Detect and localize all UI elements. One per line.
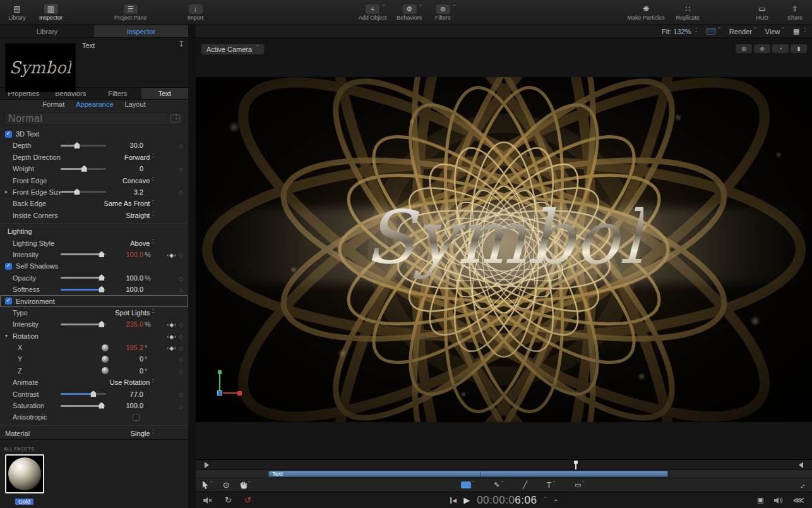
keyframe-icon[interactable]: [179, 188, 183, 196]
3d-text-checkbox[interactable]: [5, 131, 12, 138]
environment-intensity-value[interactable]: 235.0: [114, 320, 143, 328]
tab-inspector[interactable]: Inspector: [94, 25, 188, 37]
contrast-value[interactable]: 77.0: [114, 390, 143, 398]
slider-thumb[interactable]: [74, 142, 80, 148]
duration-clock-icon[interactable]: ◔: [553, 497, 558, 504]
disclosure-triangle-icon[interactable]: [5, 189, 13, 195]
front-edge-popup[interactable]: Concave: [122, 177, 150, 184]
crosshair-icon[interactable]: ⊕: [754, 44, 770, 53]
z-rotation-value[interactable]: 0: [114, 367, 143, 375]
self-shadows-checkbox[interactable]: [5, 263, 12, 270]
stepper-icon[interactable]: [152, 201, 154, 207]
transform-tool[interactable]: ⊙: [223, 480, 230, 490]
material-popup[interactable]: Single: [131, 430, 150, 437]
opacity-value[interactable]: 100.0: [114, 274, 143, 282]
lighting-intensity-value[interactable]: 100.0: [114, 251, 143, 258]
out-point-marker-icon[interactable]: [799, 462, 803, 468]
slider-thumb[interactable]: [99, 251, 104, 257]
tab-text[interactable]: Text: [141, 88, 189, 99]
y-rotation-value[interactable]: 0: [114, 355, 143, 363]
slider-thumb[interactable]: [90, 390, 96, 397]
animate-popup[interactable]: Use Rotation: [110, 378, 150, 386]
material-name-label[interactable]: Gold: [15, 499, 33, 505]
environment-intensity-slider[interactable]: [61, 324, 106, 325]
x-rotation-dial[interactable]: [101, 344, 109, 352]
stepper-icon[interactable]: [152, 212, 154, 218]
record-cycle-icon[interactable]: ↺: [244, 495, 251, 505]
keyframe-icon[interactable]: [179, 390, 183, 398]
rendered-frame[interactable]: Symbol: [196, 77, 812, 422]
timeline-scrubber[interactable]: [196, 459, 812, 469]
play-icon[interactable]: ▶: [463, 495, 470, 505]
go-to-start-icon[interactable]: ◀: [450, 497, 457, 504]
3d-axis-indicator[interactable]: [218, 371, 242, 396]
stepper-icon[interactable]: [152, 178, 154, 183]
depth-slider[interactable]: [61, 145, 106, 147]
weight-slider[interactable]: [61, 168, 106, 170]
keyframe-icon[interactable]: [179, 367, 183, 375]
slider-thumb[interactable]: [99, 286, 104, 293]
monitor-icon[interactable]: ▣: [757, 496, 763, 504]
expand-timeline-icon[interactable]: ↔: [796, 479, 808, 490]
fit-control[interactable]: Fit: 132%: [662, 28, 697, 35]
anisotropic-checkbox[interactable]: [133, 414, 140, 421]
softness-slider[interactable]: [61, 289, 106, 291]
axis-origin-handle[interactable]: [217, 390, 222, 396]
mute-audio-icon[interactable]: [203, 497, 212, 504]
timecode-display[interactable]: 00:00:06:06: [477, 494, 537, 507]
canvas-viewport[interactable]: Active Camera ⊞ ⊕ ◔ ▮: [196, 38, 812, 459]
tab-filters[interactable]: Filters: [94, 88, 141, 99]
slider-thumb[interactable]: [99, 402, 104, 409]
depth-value[interactable]: 30.0: [114, 142, 143, 149]
text-tool[interactable]: T: [547, 481, 555, 490]
collapse-panels-icon[interactable]: ⋘: [793, 495, 805, 505]
environment-type-popup[interactable]: Spot Lights: [115, 309, 150, 317]
keyframe-nav-icon[interactable]: [167, 344, 177, 351]
keyframe-nav-icon[interactable]: [167, 332, 177, 340]
camera-icon[interactable]: ⊞: [736, 44, 752, 53]
subtab-layout[interactable]: Layout: [125, 100, 146, 108]
in-point-marker-icon[interactable]: [205, 462, 209, 468]
material-thumbnail[interactable]: [5, 454, 44, 493]
keyframe-icon[interactable]: [179, 274, 183, 282]
pin-icon[interactable]: ↧: [178, 40, 184, 49]
replicate-button[interactable]: ∷ Replicate: [676, 4, 700, 21]
keyframe-icon[interactable]: [179, 320, 183, 328]
slider-thumb[interactable]: [99, 321, 104, 327]
depth-direction-popup[interactable]: Forward: [124, 154, 150, 161]
stepper-icon[interactable]: [152, 430, 154, 436]
layout-grid-button[interactable]: ▦: [793, 27, 806, 35]
channel-swatch-button[interactable]: [706, 28, 720, 35]
keyframe-icon[interactable]: [179, 286, 183, 293]
lighting-intensity-slider[interactable]: [61, 253, 106, 255]
chevron-down-icon[interactable]: [544, 495, 546, 506]
loop-playback-icon[interactable]: ↻: [225, 495, 232, 505]
stepper-icon[interactable]: [696, 28, 698, 34]
inside-corners-popup[interactable]: Straight: [126, 212, 150, 219]
add-object-button[interactable]: + Add Object: [359, 4, 387, 21]
keyframe-nav-icon[interactable]: [167, 320, 177, 328]
shape-tool[interactable]: ▭: [575, 481, 585, 490]
lighting-style-popup[interactable]: Above: [130, 239, 150, 247]
filters-button[interactable]: ⊛ Filters: [432, 4, 453, 21]
view-menu[interactable]: View: [765, 28, 784, 35]
keyframe-icon[interactable]: [179, 355, 183, 363]
slider-thumb[interactable]: [81, 166, 87, 172]
stepper-icon[interactable]: [152, 154, 154, 160]
paint-stroke-tool[interactable]: ╱: [523, 481, 527, 489]
weight-value[interactable]: 0: [114, 165, 143, 172]
camera-popup[interactable]: Active Camera: [201, 44, 265, 55]
keyframe-icon[interactable]: [179, 165, 183, 172]
library-toolbar-button[interactable]: ▤ Library: [6, 4, 28, 21]
layer-thumbnail[interactable]: Symbol: [5, 43, 76, 92]
x-rotation-value[interactable]: 195.2: [114, 344, 143, 351]
hand-tool[interactable]: [240, 481, 251, 490]
stepper-icon[interactable]: [152, 380, 154, 385]
slider-thumb[interactable]: [74, 188, 80, 195]
y-rotation-dial[interactable]: [101, 355, 109, 363]
disclosure-triangle-icon[interactable]: [5, 333, 13, 339]
keyframe-icon[interactable]: [179, 344, 183, 351]
keyframe-icon[interactable]: [179, 402, 183, 409]
back-edge-popup[interactable]: Same As Front: [104, 200, 150, 207]
panel-icon[interactable]: ▮: [791, 44, 807, 53]
